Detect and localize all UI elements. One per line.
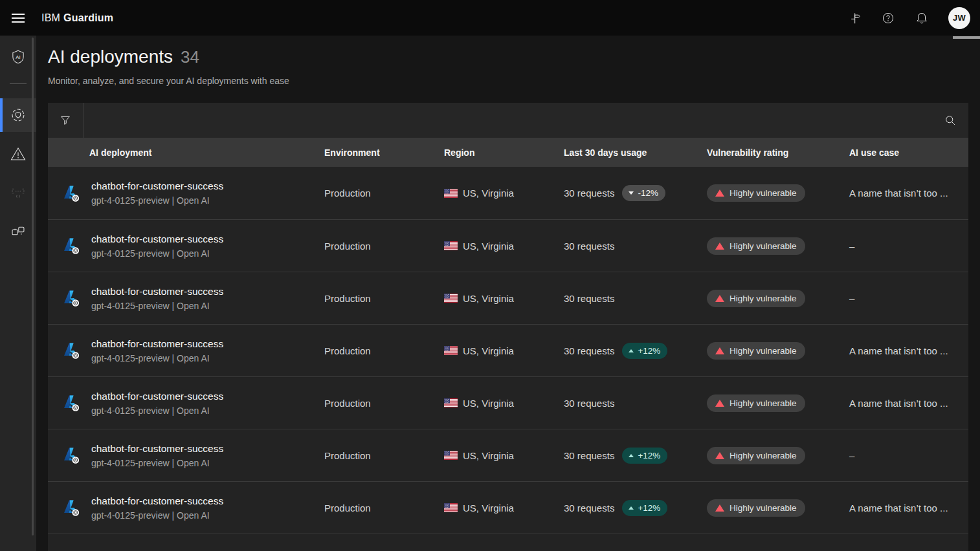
region-cell-wrap: US, Virginia xyxy=(434,450,553,461)
vulnerability-label: Highly vulnerable xyxy=(729,241,797,251)
trend-label: +12% xyxy=(638,503,660,513)
trend-badge: +12% xyxy=(622,448,667,464)
warning-icon xyxy=(10,146,27,162)
warning-triangle-icon xyxy=(715,504,724,512)
environment-cell: Production xyxy=(314,502,434,513)
usage-label: 30 requests xyxy=(564,398,614,409)
environment-cell: Production xyxy=(314,188,434,199)
deployment-cell: chatbot-for-customer-success gpt-4-0125-… xyxy=(48,391,314,416)
table-row[interactable]: chatbot-for-customer-success xyxy=(48,534,968,551)
deployment-cell: chatbot-for-customer-success gpt-4-0125-… xyxy=(48,233,314,259)
vulnerability-cell: Highly vulnerable xyxy=(696,342,839,360)
deployment-model: gpt-4-0125-preview | Open AI xyxy=(91,248,223,259)
plug-icon xyxy=(10,222,27,239)
region-label: US, Virginia xyxy=(463,241,514,252)
vulnerability-badge: Highly vulnerable xyxy=(707,184,805,202)
azure-openai-icon xyxy=(62,341,82,360)
table-row[interactable]: chatbot-for-customer-success gpt-4-0125-… xyxy=(48,376,968,429)
vulnerability-cell: Highly vulnerable xyxy=(696,237,839,255)
deployment-name: chatbot-for-customer-success xyxy=(91,233,223,245)
column-header-usage: Last 30 days usage xyxy=(553,147,696,158)
menu-button[interactable] xyxy=(0,0,36,36)
us-flag-icon xyxy=(444,503,458,512)
wayfinder-button[interactable] xyxy=(838,0,871,36)
vulnerability-cell: Highly vulnerable xyxy=(696,394,839,412)
avatar[interactable]: JW xyxy=(948,7,970,29)
brand-prefix: IBM xyxy=(41,12,60,23)
notifications-icon xyxy=(915,11,929,25)
sidebar-scrollbar[interactable] xyxy=(32,38,34,535)
table-row[interactable]: chatbot-for-customer-success gpt-4-0125-… xyxy=(48,324,968,376)
column-header-use-case: AI use case xyxy=(839,147,968,158)
notifications-button[interactable] xyxy=(905,0,939,36)
search-icon xyxy=(944,114,957,127)
deployment-cell: chatbot-for-customer-success gpt-4-0125-… xyxy=(48,495,314,521)
azure-openai-icon xyxy=(62,288,82,308)
deployment-model: gpt-4-0125-preview | Open AI xyxy=(91,301,223,311)
usage-label: 30 requests xyxy=(564,502,614,513)
trend-badge: +12% xyxy=(622,500,667,516)
use-case-cell: – xyxy=(839,450,968,461)
vulnerability-badge: Highly vulnerable xyxy=(707,499,805,517)
vulnerability-cell: Highly vulnerable xyxy=(696,184,839,202)
warning-triangle-icon xyxy=(715,400,724,407)
vulnerability-cell: Highly vulnerable xyxy=(696,447,839,464)
usage-cell: 30 requests +12% xyxy=(553,343,696,359)
vulnerability-label: Highly vulnerable xyxy=(729,188,797,198)
table-row[interactable]: chatbot-for-customer-success gpt-4-0125-… xyxy=(48,272,968,324)
sidebar-item-vulnerabilities[interactable] xyxy=(0,138,36,169)
vulnerability-badge: Highly vulnerable xyxy=(707,342,805,360)
region-label: US, Virginia xyxy=(463,398,514,409)
table-row[interactable]: chatbot-for-customer-success gpt-4-0125-… xyxy=(48,167,968,219)
vulnerability-label: Highly vulnerable xyxy=(729,346,797,356)
side-nav: AI xyxy=(0,36,36,551)
sidebar-item-prompts[interactable] xyxy=(0,177,36,208)
us-flag-icon xyxy=(444,346,458,355)
us-flag-icon xyxy=(444,189,458,198)
azure-openai-icon xyxy=(62,446,82,465)
table-row[interactable]: chatbot-for-customer-success gpt-4-0125-… xyxy=(48,219,968,272)
sidebar-item-integrations[interactable] xyxy=(0,215,36,246)
page-title: AI deployments xyxy=(48,47,173,67)
deployment-model: gpt-4-0125-preview | Open AI xyxy=(91,510,223,521)
vulnerability-badge: Highly vulnerable xyxy=(707,394,805,412)
trend-badge: +12% xyxy=(622,343,667,359)
brand-name: Guardium xyxy=(63,12,113,23)
warning-triangle-icon xyxy=(715,295,724,302)
sidebar-item-ai-deployments[interactable] xyxy=(0,98,36,132)
sidebar-item-ai-security[interactable]: AI xyxy=(0,41,36,72)
column-header-environment: Environment xyxy=(314,147,434,158)
region-cell-wrap: US, Virginia xyxy=(434,398,553,409)
filter-button[interactable] xyxy=(48,103,84,138)
table-row[interactable]: chatbot-for-customer-success gpt-4-0125-… xyxy=(48,481,968,534)
trend-down-icon xyxy=(629,191,634,195)
deployment-name: chatbot-for-customer-success xyxy=(91,338,223,350)
column-header-region: Region xyxy=(434,147,553,158)
table-row[interactable]: chatbot-for-customer-success gpt-4-0125-… xyxy=(48,429,968,481)
usage-cell: 30 requests -12% xyxy=(553,185,696,201)
region-cell-wrap: US, Virginia xyxy=(434,188,553,199)
region-label: US, Virginia xyxy=(463,502,514,513)
vulnerability-badge: Highly vulnerable xyxy=(707,290,805,307)
trend-up-icon xyxy=(629,506,634,510)
environment-cell: Production xyxy=(314,398,434,409)
brand-logo[interactable]: IBMGuardium xyxy=(41,12,113,24)
hamburger-icon xyxy=(12,14,25,23)
help-button[interactable] xyxy=(871,0,905,36)
vulnerability-label: Highly vulnerable xyxy=(729,451,797,460)
vulnerability-label: Highly vulnerable xyxy=(729,503,797,513)
search-button[interactable] xyxy=(932,103,968,138)
deployment-name: chatbot-for-customer-success xyxy=(91,180,223,192)
column-header-vulnerability: Vulnerability rating xyxy=(696,147,839,158)
region-cell-wrap: US, Virginia xyxy=(434,241,553,252)
vertical-scrollbar[interactable] xyxy=(953,36,980,39)
azure-openai-icon xyxy=(62,498,82,517)
trend-badge: -12% xyxy=(622,185,665,201)
region-cell-wrap: US, Virginia xyxy=(434,502,553,513)
trend-up-icon xyxy=(629,454,634,457)
deployment-cell: chatbot-for-customer-success gpt-4-0125-… xyxy=(48,180,314,206)
vulnerability-cell: Highly vulnerable xyxy=(696,499,839,517)
usage-cell: 30 requests xyxy=(553,398,696,409)
warning-triangle-icon xyxy=(715,243,724,250)
environment-cell: Production xyxy=(314,241,434,252)
